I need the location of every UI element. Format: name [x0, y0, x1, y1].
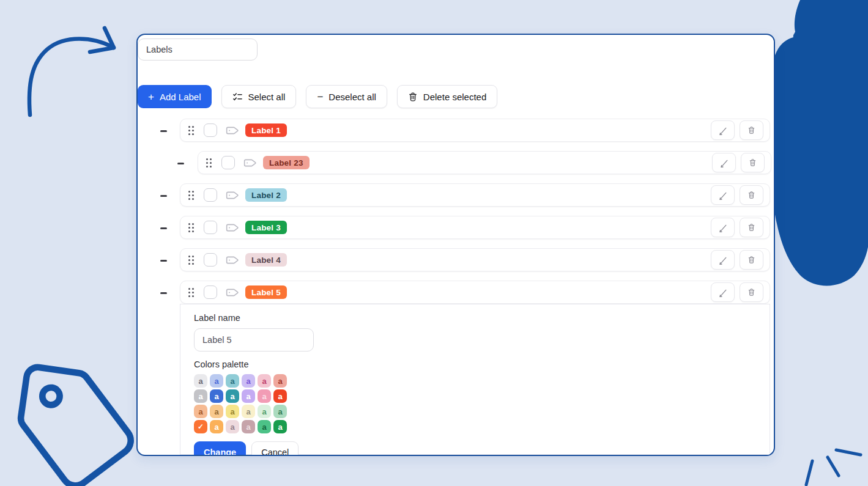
row-checkbox[interactable]	[204, 188, 217, 202]
labels-title-field[interactable]: Labels	[138, 39, 258, 61]
label-row: Label 1	[180, 119, 770, 142]
delete-button[interactable]	[741, 153, 765, 172]
palette-swatch[interactable]: a	[242, 405, 255, 418]
list-checks-icon	[232, 92, 243, 102]
add-label-text: Add Label	[160, 92, 201, 102]
row-checkbox[interactable]	[204, 285, 217, 299]
burst-lines-decoration	[795, 440, 868, 486]
row-checkbox[interactable]	[221, 156, 235, 169]
palette-swatch[interactable]: a	[258, 420, 271, 433]
tag-outline-decoration	[0, 353, 152, 486]
drag-handle-icon[interactable]	[188, 288, 194, 297]
delete-button[interactable]	[740, 282, 763, 302]
deselect-all-button[interactable]: − Deselect all	[306, 85, 387, 108]
row-actions	[711, 250, 763, 270]
tag-icon	[243, 158, 258, 168]
minus-icon: −	[317, 92, 323, 102]
row-actions	[711, 282, 763, 302]
change-button[interactable]: Change	[194, 441, 246, 456]
label-badge: Label 4	[245, 253, 287, 267]
palette-swatch[interactable]: ✓	[194, 420, 207, 433]
trash-icon	[408, 92, 418, 102]
colors-palette-label: Colors palette	[194, 359, 756, 369]
row-checkbox[interactable]	[204, 123, 217, 137]
delete-button[interactable]	[740, 250, 763, 270]
tree-connector	[160, 130, 167, 132]
label-badge: Label 1	[245, 123, 287, 137]
tree-connector	[160, 227, 167, 229]
tag-icon	[226, 126, 240, 135]
tag-icon	[226, 256, 240, 265]
delete-button[interactable]	[740, 120, 763, 140]
cancel-button[interactable]: Cancel	[251, 441, 299, 456]
drag-handle-icon[interactable]	[188, 256, 194, 265]
blue-blob-decoration	[770, 0, 868, 290]
palette-swatch[interactable]: a	[273, 405, 287, 418]
tag-icon	[226, 191, 240, 200]
labels-panel: Labels + Add Label Select all − Deselect…	[136, 34, 775, 456]
delete-button[interactable]	[740, 185, 763, 205]
drag-handle-icon[interactable]	[188, 191, 194, 200]
palette-swatch[interactable]: a	[242, 389, 255, 403]
labels-title-text: Labels	[146, 45, 172, 54]
colors-palette: aaaaaaaaaaaaaaaaaa✓aaaaa	[194, 374, 292, 433]
palette-swatch[interactable]: a	[210, 374, 223, 388]
label-name-input[interactable]	[194, 328, 314, 352]
palette-swatch[interactable]: a	[273, 420, 287, 433]
palette-swatch[interactable]: a	[226, 420, 239, 433]
select-all-button[interactable]: Select all	[221, 85, 297, 108]
row-actions	[712, 153, 765, 172]
delete-selected-button[interactable]: Delete selected	[397, 85, 497, 108]
label-row: Label 4	[180, 248, 770, 271]
label-badge: Label 2	[245, 188, 287, 202]
edit-button[interactable]	[711, 185, 735, 205]
label-badge: Label 3	[245, 221, 287, 234]
palette-swatch[interactable]: a	[242, 374, 255, 388]
delete-selected-text: Delete selected	[423, 92, 486, 102]
tree-connector	[160, 195, 167, 197]
row-actions	[711, 185, 763, 205]
deselect-all-text: Deselect all	[328, 92, 376, 102]
palette-swatch[interactable]: a	[258, 374, 271, 388]
delete-button[interactable]	[740, 218, 763, 237]
tree-connector	[160, 260, 167, 262]
palette-swatch[interactable]: a	[242, 420, 255, 433]
edit-button[interactable]	[712, 153, 736, 172]
edit-button[interactable]	[711, 282, 735, 302]
row-checkbox[interactable]	[204, 253, 217, 267]
row-actions	[711, 218, 763, 237]
edit-button[interactable]	[711, 120, 735, 140]
tag-icon	[226, 223, 240, 232]
palette-swatch[interactable]: a	[273, 374, 287, 388]
drag-handle-icon[interactable]	[188, 126, 194, 135]
drag-handle-icon[interactable]	[206, 158, 212, 168]
edit-button[interactable]	[711, 218, 735, 237]
palette-swatch[interactable]: a	[226, 389, 239, 403]
palette-swatch[interactable]: a	[226, 405, 239, 418]
tree-connector	[177, 163, 184, 164]
edit-button[interactable]	[711, 250, 735, 270]
plus-icon: +	[148, 92, 154, 102]
palette-swatch[interactable]: a	[210, 405, 223, 418]
palette-swatch[interactable]: a	[194, 374, 207, 388]
label-row: Label 2	[180, 183, 770, 207]
row-actions	[711, 120, 763, 140]
label-row: Label 5	[180, 281, 770, 304]
palette-swatch[interactable]: a	[194, 389, 207, 403]
add-label-button[interactable]: + Add Label	[138, 85, 212, 108]
editor-actions: Change Cancel	[194, 441, 756, 456]
palette-swatch[interactable]: a	[210, 389, 223, 403]
label-row-nested: Label 23	[198, 151, 771, 174]
palette-swatch[interactable]: a	[273, 389, 287, 403]
select-all-text: Select all	[248, 92, 286, 102]
palette-swatch[interactable]: a	[194, 405, 207, 418]
drag-handle-icon[interactable]	[188, 223, 194, 232]
palette-swatch[interactable]: a	[258, 389, 271, 403]
hand-drawn-arrow-decoration	[17, 24, 127, 128]
palette-swatch[interactable]: a	[210, 420, 223, 433]
palette-swatch[interactable]: a	[258, 405, 271, 418]
palette-swatch[interactable]: a	[226, 374, 239, 388]
tag-icon	[226, 288, 240, 297]
row-checkbox[interactable]	[204, 221, 217, 234]
label-badge: Label 5	[245, 285, 287, 299]
